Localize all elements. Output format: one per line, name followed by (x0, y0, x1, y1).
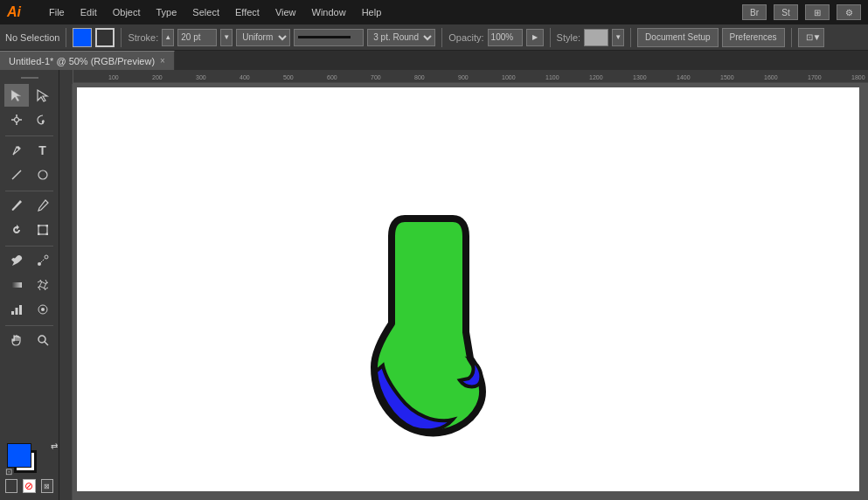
line-tool-btn[interactable] (4, 163, 29, 186)
divider-5 (630, 28, 631, 47)
svg-rect-10 (38, 233, 40, 236)
svg-line-14 (40, 259, 45, 263)
svg-rect-9 (45, 225, 48, 227)
stroke-preview[interactable] (294, 29, 364, 46)
document-canvas[interactable] (77, 87, 859, 491)
hand-tool-btn[interactable] (4, 329, 29, 351)
divider-4 (550, 28, 551, 47)
stock-icon[interactable]: St (774, 4, 798, 20)
svg-rect-17 (15, 308, 17, 315)
fill-indicator[interactable] (7, 443, 31, 468)
tool-row-4 (2, 163, 57, 186)
magic-wand-tool-btn[interactable] (4, 108, 29, 131)
svg-text:300: 300 (196, 74, 206, 80)
chart-tool-btn[interactable] (4, 298, 29, 321)
style-label: Style: (557, 32, 581, 43)
arrange-btn[interactable]: ⊡▼ (798, 28, 824, 47)
toolbar: No Selection Stroke: ▲ ▼ Uniform 3 pt. R… (0, 24, 868, 51)
horizontal-ruler: 100 200 300 400 500 600 700 800 900 1000… (59, 70, 868, 84)
zoom-tool-btn[interactable] (31, 329, 55, 351)
svg-text:1600: 1600 (764, 74, 778, 80)
tool-row-8 (2, 274, 57, 296)
divider-3 (441, 28, 442, 47)
svg-point-6 (38, 170, 47, 179)
stroke-color-box[interactable] (95, 28, 115, 47)
direct-selection-tool-btn[interactable] (31, 84, 55, 107)
pen-tool-btn[interactable] (4, 139, 29, 162)
svg-text:1500: 1500 (720, 74, 734, 80)
svg-text:900: 900 (458, 74, 469, 80)
opacity-expand-btn[interactable]: ▶ (526, 29, 544, 46)
gradient-tool-btn[interactable] (4, 274, 29, 296)
svg-text:100: 100 (108, 74, 119, 80)
tools-panel: T (0, 70, 59, 500)
symbol-tool-btn[interactable] (31, 298, 55, 321)
ellipse-tool-btn[interactable] (31, 163, 55, 186)
settings-icon[interactable]: ⚙ (837, 4, 861, 20)
rotate-tool-btn[interactable] (4, 219, 29, 241)
none-icon[interactable]: ⊘ (23, 479, 35, 493)
menu-window[interactable]: Window (305, 5, 353, 19)
main-area: T (0, 70, 868, 500)
document-tab[interactable]: Untitled-1* @ 50% (RGB/Preview) × (0, 51, 175, 70)
tool-row-6 (2, 219, 57, 241)
bridge-icon[interactable]: Br (742, 4, 767, 20)
svg-rect-16 (11, 311, 14, 315)
divider-6 (791, 28, 792, 47)
style-dropdown-btn[interactable]: ▼ (612, 29, 624, 46)
opacity-input[interactable] (488, 29, 523, 46)
svg-point-20 (41, 308, 45, 311)
tab-title: Untitled-1* @ 50% (RGB/Preview) (9, 56, 155, 66)
eyedropper-tool-btn[interactable] (4, 249, 29, 272)
stroke-width-input[interactable] (177, 29, 217, 46)
svg-rect-15 (11, 282, 22, 288)
svg-text:1100: 1100 (545, 74, 559, 80)
svg-text:1300: 1300 (633, 74, 647, 80)
stroke-profile-select[interactable]: Uniform (236, 29, 290, 46)
canvas-area: 100 200 300 400 500 600 700 800 900 1000… (59, 70, 868, 500)
tool-row-7 (2, 249, 57, 272)
menu-file[interactable]: File (42, 5, 72, 19)
menu-edit[interactable]: Edit (73, 5, 104, 19)
stroke-label: Stroke: (128, 32, 158, 43)
paintbrush-tool-btn[interactable] (4, 194, 29, 217)
svg-text:600: 600 (327, 74, 337, 80)
svg-text:800: 800 (414, 74, 425, 80)
tool-row-5 (2, 194, 57, 217)
pencil-tool-btn[interactable] (31, 194, 55, 217)
svg-line-5 (12, 170, 21, 179)
document-setup-button[interactable]: Document Setup (637, 28, 719, 47)
grid-icon[interactable]: ⊞ (805, 4, 830, 20)
menu-view[interactable]: View (268, 5, 303, 19)
tools-sep-4 (5, 325, 53, 326)
svg-text:1400: 1400 (677, 74, 691, 80)
menu-select[interactable]: Select (185, 5, 226, 19)
lasso-tool-btn[interactable] (31, 108, 55, 131)
title-bar: Ai File Edit Object Type Select Effect V… (0, 0, 868, 24)
menu-object[interactable]: Object (106, 5, 148, 19)
type-tool-btn[interactable]: T (31, 139, 55, 162)
svg-point-21 (38, 336, 45, 343)
default-colors-icon[interactable]: ⊡ (5, 467, 12, 476)
tools-sep-1 (5, 135, 53, 136)
stroke-up-btn[interactable]: ▲ (162, 29, 174, 46)
menu-help[interactable]: Help (355, 5, 389, 19)
transform-tool-btn[interactable] (31, 219, 55, 241)
title-bar-icons: Br St ⊞ ⚙ (742, 4, 861, 20)
preferences-button[interactable]: Preferences (722, 28, 785, 47)
svg-text:400: 400 (240, 74, 250, 80)
mesh-icon[interactable]: ⊠ (41, 479, 53, 493)
color-icon[interactable] (5, 479, 17, 493)
tab-close-btn[interactable]: × (160, 56, 165, 66)
stroke-down-btn[interactable]: ▼ (220, 29, 233, 46)
blend-tool-btn[interactable] (31, 249, 55, 272)
swap-colors-icon[interactable]: ⇄ (51, 441, 58, 451)
selection-tool-btn[interactable] (4, 84, 29, 107)
mesh-tool-btn[interactable] (31, 274, 55, 296)
menu-effect[interactable]: Effect (228, 5, 267, 19)
fill-color-box[interactable] (73, 28, 92, 47)
menu-type[interactable]: Type (149, 5, 184, 19)
style-swatch[interactable] (584, 29, 608, 46)
svg-point-13 (45, 255, 48, 259)
cap-style-select[interactable]: 3 pt. Round (367, 29, 435, 46)
